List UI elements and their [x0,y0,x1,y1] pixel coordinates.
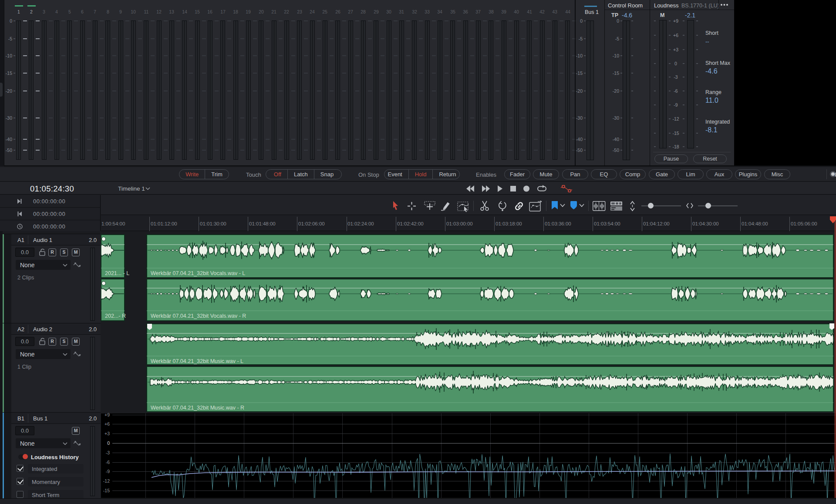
svg-text:202...- R: 202...- R [105,313,126,319]
svg-text:2021... - L: 2021... - L [105,270,129,276]
svg-text:Werkbär 07.04.21_32bit Music.w: Werkbär 07.04.21_32bit Music.wav - R [151,405,244,411]
svg-text:Werkbär 07.04.21_32bit Music.w: Werkbär 07.04.21_32bit Music.wav - L [151,358,243,364]
svg-text:Werkbär 07.04.21_32bit Vocals.: Werkbär 07.04.21_32bit Vocals.wav - L [151,270,245,276]
svg-text:Werkbär 07.04.21_32bit Vocals.: Werkbär 07.04.21_32bit Vocals.wav - R [151,313,246,319]
